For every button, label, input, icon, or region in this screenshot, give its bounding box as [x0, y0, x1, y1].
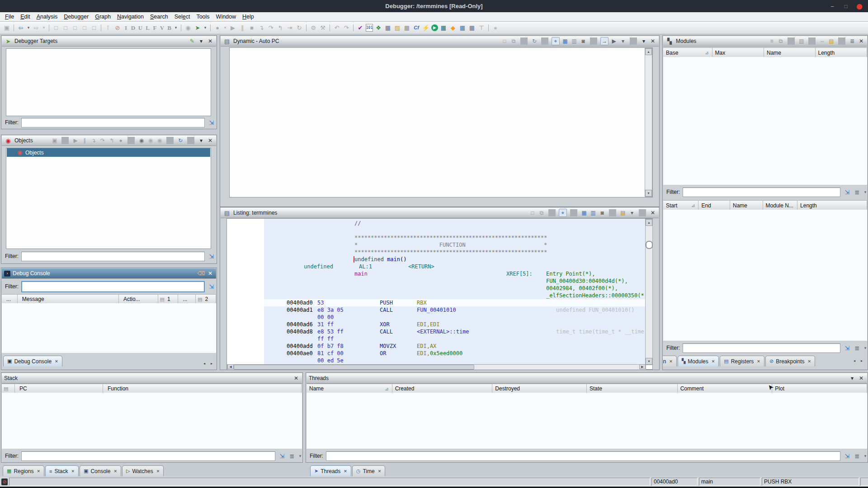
menu-search[interactable]: Search — [147, 14, 171, 20]
tab-close-icon[interactable]: ✕ — [756, 359, 760, 364]
scroll-up-icon[interactable]: ▲ — [645, 48, 652, 55]
scroll-right-icon[interactable]: ▶ — [639, 364, 646, 369]
modules-header[interactable]: ▚ Modules ≡⧉▨⇔▤≣✕ — [663, 36, 867, 47]
tab-registers[interactable]: ▤ Registers ✕ — [720, 356, 764, 366]
threads-filter-input[interactable] — [326, 451, 840, 461]
tab-threads[interactable]: ➤ Threads ✕ — [310, 465, 351, 476]
step-out-icon[interactable]: ↰ — [276, 24, 284, 32]
launch-bug-icon[interactable]: ◉ — [147, 137, 154, 144]
cf-icon[interactable]: Cf — [412, 24, 420, 32]
patch-icon[interactable]: ⚒ — [319, 24, 327, 32]
program-action-icon-5[interactable]: □ — [90, 24, 98, 32]
sections-filter-input[interactable] — [683, 343, 840, 353]
tab-close-icon[interactable]: ✕ — [377, 469, 382, 474]
console-table-body[interactable] — [2, 303, 216, 353]
dynamic-header[interactable]: ▤ Dynamic - Auto PC □⧉↻⌖▦▥◙→▶▾▾✕ — [221, 36, 659, 47]
record-caret-icon[interactable]: ▾ — [223, 24, 227, 32]
sections-table-body[interactable] — [663, 210, 867, 341]
clear-console-icon[interactable]: ⌫ — [198, 270, 205, 277]
step-into-icon[interactable]: ↴ — [90, 137, 97, 144]
objects-header[interactable]: ◉ Objects ▣▶∥↴↷↰●◉◉◉↻▾✕ — [2, 136, 216, 146]
targets-filter-input[interactable] — [21, 118, 205, 127]
scroll-down-icon[interactable]: ▼ — [645, 190, 652, 197]
debugger-targets-body[interactable] — [6, 48, 211, 116]
menu-help[interactable]: Help — [239, 14, 257, 20]
panel-menu-caret-icon[interactable]: ▾ — [198, 137, 205, 144]
menu-icon[interactable]: ≡ — [768, 38, 775, 45]
filter-caret-icon[interactable]: ▾ — [863, 188, 868, 196]
snapshot-icon[interactable]: ◙ — [580, 38, 587, 45]
dynamic-vscrollbar[interactable]: ▲ ▼ — [645, 48, 652, 197]
debug-console-header[interactable]: › Debug Console ⌫✕ — [2, 268, 216, 279]
scroll-thumb[interactable] — [646, 241, 653, 249]
menu-select[interactable]: Select — [171, 14, 193, 20]
filter-options-icon[interactable]: ⇲ — [208, 282, 216, 291]
tab-close-icon[interactable]: ✕ — [70, 469, 75, 474]
connect-icon[interactable]: ✎ — [189, 38, 196, 45]
record-icon[interactable]: ● — [117, 137, 124, 144]
close-icon[interactable]: ✕ — [858, 38, 865, 45]
doc-icon[interactable]: ▤ — [828, 38, 835, 45]
program-action-icon-3[interactable]: □ — [71, 24, 79, 32]
kill-icon[interactable]: ■ — [248, 24, 256, 32]
menu-debugger[interactable]: Debugger — [61, 14, 92, 20]
undo-icon[interactable]: ↶ — [333, 24, 341, 32]
close-icon[interactable]: ✕ — [649, 209, 656, 216]
listing-vscrollbar[interactable]: ▲ ▼ — [645, 219, 653, 365]
dynamic-body[interactable]: ▲ ▼ — [229, 47, 653, 197]
objects-filter-input[interactable] — [21, 252, 205, 261]
scroll-up-icon[interactable]: ▲ — [646, 219, 652, 226]
launch-target-icon[interactable]: ➤ — [193, 24, 202, 32]
validate-icon[interactable]: ✔ — [356, 24, 364, 32]
debugger-targets-header[interactable]: ➤ Debugger Targets ✎▾✕ — [2, 36, 216, 47]
record-mode-icon[interactable]: ● — [213, 24, 222, 32]
filter-caret-icon[interactable]: ▾ — [863, 344, 868, 352]
diff-view-icon[interactable]: ▥ — [590, 209, 597, 216]
kill-bug-icon[interactable]: ◉ — [156, 137, 163, 144]
tab-close-icon[interactable]: ✕ — [668, 359, 673, 364]
step-caret-icon[interactable]: ▾ — [619, 38, 627, 45]
program-action-icon-4[interactable]: □ — [80, 24, 89, 32]
cursor-track-icon[interactable]: ⌖ — [559, 209, 567, 217]
step-into-icon[interactable]: ↴ — [257, 24, 265, 32]
nav-undefined-icon[interactable]: U — [137, 24, 143, 32]
refresh-icon[interactable]: ↻ — [531, 38, 538, 45]
filter-options-icon[interactable]: ⇲ — [208, 252, 216, 260]
pin-icon[interactable]: ⊺ — [104, 24, 112, 32]
filter-options-icon[interactable]: ⇲ — [843, 188, 851, 196]
nav-variables-icon[interactable]: V — [159, 24, 165, 32]
listing-header[interactable]: ▤ Listing: termmines □⧉⌖▦▥◙▤▾✕ — [221, 208, 659, 218]
tab-close-icon[interactable]: ✕ — [807, 359, 811, 364]
clone-icon[interactable]: □ — [529, 209, 536, 216]
filter-caret-icon[interactable]: ▾ — [863, 452, 868, 460]
tab-close-icon[interactable]: ✕ — [343, 469, 347, 474]
table-export-icon[interactable]: ▦ — [468, 24, 476, 32]
objects-tree-root[interactable]: ◉ Objects — [7, 148, 210, 157]
forward-caret-icon[interactable]: ▾ — [42, 24, 46, 32]
stack-header[interactable]: Stack ✕ — [2, 373, 302, 384]
interrupt-icon[interactable]: ∥ — [238, 24, 246, 32]
goto-icon[interactable]: → — [600, 37, 609, 45]
edit-listing-icon[interactable]: ▦ — [580, 209, 588, 216]
resume-icon[interactable]: ▶ — [72, 137, 79, 144]
step-menu-icon[interactable]: ▶ — [610, 38, 618, 45]
tab-console[interactable]: ▣ Console ✕ — [80, 465, 121, 476]
scroll-down-icon[interactable]: ▼ — [646, 358, 652, 365]
back-icon[interactable]: ⇦ — [17, 24, 25, 32]
tab-debug-console[interactable]: ▣ Debug Console ✕ — [3, 356, 62, 366]
filter-caret-icon[interactable]: ▾ — [298, 452, 302, 460]
close-icon[interactable]: ✕ — [858, 375, 865, 382]
open-folder-icon[interactable]: ▨ — [393, 24, 401, 32]
clone-icon[interactable]: □ — [501, 38, 508, 45]
tab-scroll-left-icon[interactable]: ◂ — [201, 360, 208, 366]
fields-icon[interactable]: ▤ — [619, 209, 627, 216]
close-icon[interactable]: ✕ — [292, 375, 300, 382]
listing-content[interactable]: //**************************************… — [227, 219, 645, 364]
tab-close-icon[interactable]: ✕ — [113, 469, 117, 474]
threads-header[interactable]: Threads ▾✕ — [307, 373, 867, 384]
tab-close-icon[interactable]: ✕ — [36, 469, 40, 474]
close-icon[interactable]: ✕ — [207, 137, 214, 144]
nav-data-icon[interactable]: D — [130, 24, 136, 32]
attach-bug-icon[interactable]: ◉ — [138, 137, 145, 144]
column-settings-icon[interactable]: ≣ — [853, 452, 861, 460]
